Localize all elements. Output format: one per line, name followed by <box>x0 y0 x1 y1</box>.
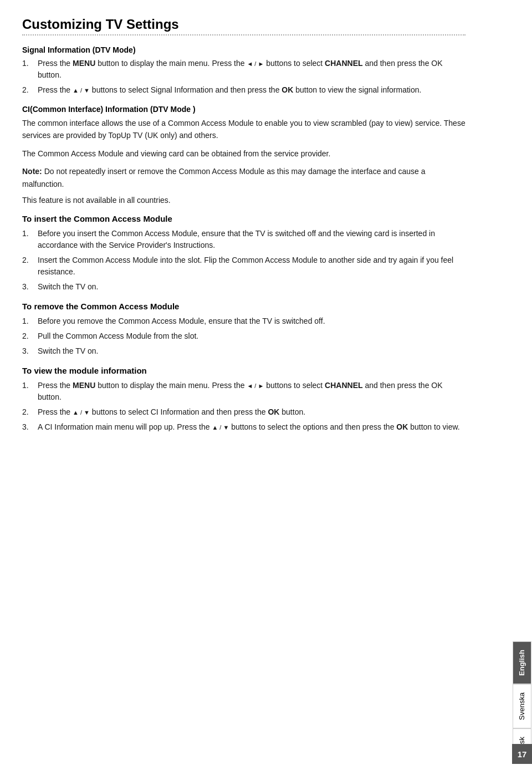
ci-paragraph-1: The common interface allows the use of a… <box>22 117 466 142</box>
page-title: Customizing TV Settings <box>22 17 466 32</box>
signal-item-2: 2. Press the ▲ / ▼ buttons to select Sig… <box>22 84 466 96</box>
title-divider <box>22 34 466 35</box>
ok-bold-2: OK <box>268 407 279 416</box>
remove-item-3: 3. Switch the TV on. <box>22 345 466 357</box>
channel-bold-2: CHANNEL <box>325 381 362 390</box>
remove-item-1-num: 1. <box>22 315 38 327</box>
ok-bold-3: OK <box>396 422 408 431</box>
signal-item-1: 1. Press the MENU button to display the … <box>22 58 466 81</box>
insert-section: To insert the Common Access Module 1. Be… <box>22 214 466 293</box>
menu-bold-1: MENU <box>73 59 95 68</box>
ok-bold-1: OK <box>282 85 293 94</box>
view-item-1-text: Press the MENU button to display the mai… <box>38 380 466 403</box>
remove-item-1: 1. Before you remove the Common Access M… <box>22 315 466 327</box>
arrow-up-down-2: ▲ / ▼ <box>73 409 90 416</box>
remove-section-heading: To remove the Common Access Module <box>22 302 466 311</box>
ci-feature-note: This feature is not available in all cou… <box>22 195 466 206</box>
insert-section-heading: To insert the Common Access Module <box>22 214 466 223</box>
view-item-1: 1. Press the MENU button to display the … <box>22 380 466 403</box>
arrow-up-down-1: ▲ / ▼ <box>73 87 90 94</box>
view-item-3-num: 3. <box>22 421 38 433</box>
view-item-2-num: 2. <box>22 406 38 418</box>
arrow-left-right-2: ◄ / ► <box>247 383 264 389</box>
page-number: 17 <box>512 744 532 764</box>
view-module-heading: To view the module information <box>22 366 466 375</box>
signal-section-heading: Signal Information (DTV Mode) <box>22 45 466 54</box>
note-label: Note: <box>22 167 42 176</box>
insert-item-1-num: 1. <box>22 228 38 251</box>
insert-item-3-num: 3. <box>22 281 38 293</box>
ci-paragraph-2: The Common Access Module and viewing car… <box>22 147 466 160</box>
remove-item-3-num: 3. <box>22 345 38 357</box>
signal-item-2-text: Press the ▲ / ▼ buttons to select Signal… <box>38 84 466 96</box>
signal-item-1-text: Press the MENU button to display the mai… <box>38 58 466 81</box>
remove-item-3-text: Switch the TV on. <box>38 345 466 357</box>
signal-information-section: Signal Information (DTV Mode) 1. Press t… <box>22 45 466 96</box>
insert-item-1: 1. Before you insert the Common Access M… <box>22 228 466 251</box>
note-body: Do not repeatedly insert or remove the C… <box>22 167 426 188</box>
signal-item-1-num: 1. <box>22 58 38 81</box>
remove-section: To remove the Common Access Module 1. Be… <box>22 302 466 357</box>
remove-item-2: 2. Pull the Common Access Module from th… <box>22 330 466 342</box>
insert-item-3-text: Switch the TV on. <box>38 281 466 293</box>
lang-tab-english[interactable]: English <box>513 641 531 684</box>
view-item-2: 2. Press the ▲ / ▼ buttons to select CI … <box>22 406 466 418</box>
view-item-3-text: A CI Information main menu will pop up. … <box>38 421 466 433</box>
view-item-3: 3. A CI Information main menu will pop u… <box>22 421 466 433</box>
language-sidebar: English Svenska Norsk 17 <box>512 0 532 775</box>
ci-section: CI(Common Interface) Information (DTV Mo… <box>22 105 466 206</box>
lang-tab-svenska[interactable]: Svenska <box>513 684 531 728</box>
insert-item-2-num: 2. <box>22 254 38 278</box>
insert-item-1-text: Before you insert the Common Access Modu… <box>38 228 466 251</box>
arrow-up-down-3: ▲ / ▼ <box>212 424 229 431</box>
view-module-section: To view the module information 1. Press … <box>22 366 466 433</box>
insert-item-2-text: Insert the Common Access Module into the… <box>38 254 466 278</box>
arrow-left-right-1: ◄ / ► <box>247 60 264 67</box>
signal-item-2-num: 2. <box>22 84 38 96</box>
insert-item-3: 3. Switch the TV on. <box>22 281 466 293</box>
ci-section-heading: CI(Common Interface) Information (DTV Mo… <box>22 105 466 114</box>
view-item-1-num: 1. <box>22 380 38 403</box>
remove-item-2-num: 2. <box>22 330 38 342</box>
menu-bold-2: MENU <box>73 381 95 390</box>
channel-bold-1: CHANNEL <box>325 59 362 68</box>
remove-item-2-text: Pull the Common Access Module from the s… <box>38 330 466 342</box>
ci-note: Note: Do not repeatedly insert or remove… <box>22 165 466 190</box>
insert-item-2: 2. Insert the Common Access Module into … <box>22 254 466 278</box>
view-item-2-text: Press the ▲ / ▼ buttons to select CI Inf… <box>38 406 466 418</box>
remove-item-1-text: Before you remove the Common Access Modu… <box>38 315 466 327</box>
